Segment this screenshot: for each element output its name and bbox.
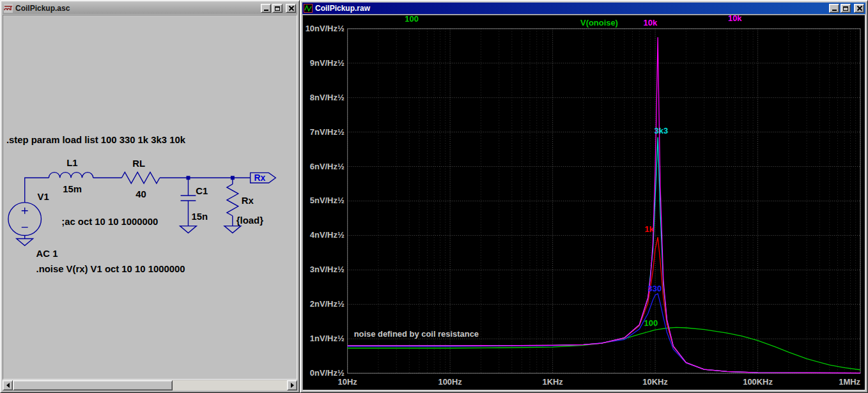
- inductor-symbol: [49, 173, 93, 178]
- minimize-button[interactable]: [261, 4, 271, 13]
- window-title: CoilPickup.raw: [314, 4, 370, 13]
- x-tick-label: 10Hz: [338, 377, 357, 387]
- y-tick-label: 6nV/Hz½: [310, 162, 345, 171]
- maximize-button[interactable]: [272, 4, 283, 13]
- inductor-name-label[interactable]: L1: [66, 158, 77, 168]
- window-title: CoilPickup.asc: [15, 4, 70, 13]
- resistor-rx-symbol: [227, 184, 238, 216]
- y-tick-label: 3nV/Hz½: [310, 265, 345, 274]
- waveform-titlebar[interactable]: CoilPickup.raw: [302, 3, 865, 14]
- y-tick-label: 10nV/Hz½: [306, 24, 345, 33]
- scroll-left-button[interactable]: [3, 380, 13, 390]
- schematic-window: CoilPickup.asc: [0, 0, 300, 393]
- x-tick-label: 10KHz: [642, 377, 668, 387]
- schematic-titlebar[interactable]: CoilPickup.asc: [3, 3, 297, 14]
- resistor-rl-value-label[interactable]: 40: [136, 189, 146, 199]
- maximize-icon: [275, 6, 280, 11]
- schematic-canvas[interactable]: .step param load list 100 330 1k 3k3 10k…: [3, 15, 297, 379]
- maximize-button[interactable]: [841, 4, 851, 13]
- plot-label: V(onoise): [580, 18, 618, 27]
- maximize-icon: [843, 6, 848, 11]
- close-button[interactable]: [854, 4, 864, 13]
- close-icon: [288, 6, 294, 11]
- scroll-right-button[interactable]: [287, 380, 297, 390]
- source-value-label[interactable]: AC 1: [36, 249, 58, 259]
- circuit-wires: [8, 172, 275, 245]
- net-flag-label[interactable]: Rx: [254, 173, 266, 183]
- plot-label: noise defined by coil resistance: [354, 329, 479, 339]
- inductor-value-label[interactable]: 15m: [63, 184, 82, 194]
- waveform-window: CoilPickup.raw 0nV/Hz½1nV/Hz½2nV/Hz½3nV/…: [300, 0, 868, 393]
- plus-minus-marks: [22, 208, 28, 227]
- plot-label: 3k3: [654, 126, 668, 135]
- ground-symbols: [17, 226, 241, 246]
- scrollbar-track[interactable]: [13, 380, 287, 390]
- minimize-icon: [832, 10, 837, 11]
- y-tick-label: 0nV/Hz½: [310, 368, 345, 378]
- arrow-left-icon: [4, 383, 10, 388]
- y-tick-label: 5nV/Hz½: [310, 196, 345, 205]
- node-junction: [187, 176, 190, 180]
- y-tick-label: 8nV/Hz½: [310, 93, 345, 102]
- y-tick-label: 4nV/Hz½: [310, 230, 345, 240]
- voltage-source-symbol: [8, 203, 42, 236]
- x-tick-label: 1MHz: [839, 377, 860, 387]
- resistor-rl-symbol: [121, 172, 159, 183]
- arrow-right-icon: [291, 383, 297, 388]
- y-tick-label: 9nV/Hz½: [310, 58, 345, 68]
- y-tick-label: 2nV/Hz½: [310, 299, 345, 309]
- resistor-rx-value-label[interactable]: {load}: [236, 215, 263, 226]
- x-tick-label: 1KHz: [542, 377, 562, 387]
- x-tick-label: 100Hz: [438, 377, 461, 387]
- x-tick-label: 100KHz: [743, 377, 773, 387]
- scrollbar-thumb[interactable]: [13, 380, 173, 390]
- spice-directive-ac[interactable]: ;ac oct 10 10 1000000: [61, 217, 158, 227]
- capacitor-value-label[interactable]: 15n: [191, 212, 208, 222]
- plot-label: 10k: [728, 15, 742, 23]
- noise-plot-canvas[interactable]: 0nV/Hz½1nV/Hz½2nV/Hz½3nV/Hz½4nV/Hz½5nV/H…: [303, 15, 865, 390]
- close-icon: [856, 6, 862, 11]
- node-junction: [231, 176, 235, 180]
- minimize-button[interactable]: [829, 4, 839, 13]
- resistor-rx-name-label[interactable]: Rx: [242, 196, 254, 206]
- noise-trace-1k[interactable]: [348, 237, 860, 373]
- schematic-client-area: .step param load list 100 330 1k 3k3 10k…: [3, 15, 297, 380]
- plot-client-area: 0nV/Hz½1nV/Hz½2nV/Hz½3nV/Hz½4nV/Hz½5nV/H…: [302, 15, 865, 390]
- plot-label: 1k: [645, 224, 655, 234]
- spice-directive-step[interactable]: .step param load list 100 330 1k 3k3 10k: [6, 135, 186, 145]
- noise-trace-10k[interactable]: [348, 37, 860, 373]
- close-button[interactable]: [286, 4, 296, 13]
- source-name-label[interactable]: V1: [38, 192, 49, 202]
- spice-directive-noise[interactable]: .noise V(rx) V1 oct 10 10 1000000: [36, 264, 185, 274]
- capacitor-name-label[interactable]: C1: [196, 186, 208, 196]
- resistor-rl-name-label[interactable]: RL: [132, 158, 145, 169]
- plot-label: 330: [648, 284, 662, 293]
- ltspice-waveform-icon: [304, 4, 313, 13]
- y-tick-label: 7nV/Hz½: [310, 127, 345, 137]
- plot-label: 10k: [644, 18, 658, 27]
- plot-label: 100: [405, 15, 419, 24]
- y-tick-label: 1nV/Hz½: [310, 334, 345, 343]
- horizontal-scrollbar[interactable]: [3, 380, 297, 390]
- plot-label: 100: [644, 318, 658, 328]
- ltspice-schematic-icon: [4, 4, 13, 13]
- minimize-icon: [264, 10, 268, 11]
- capacitor-symbol: [181, 196, 196, 201]
